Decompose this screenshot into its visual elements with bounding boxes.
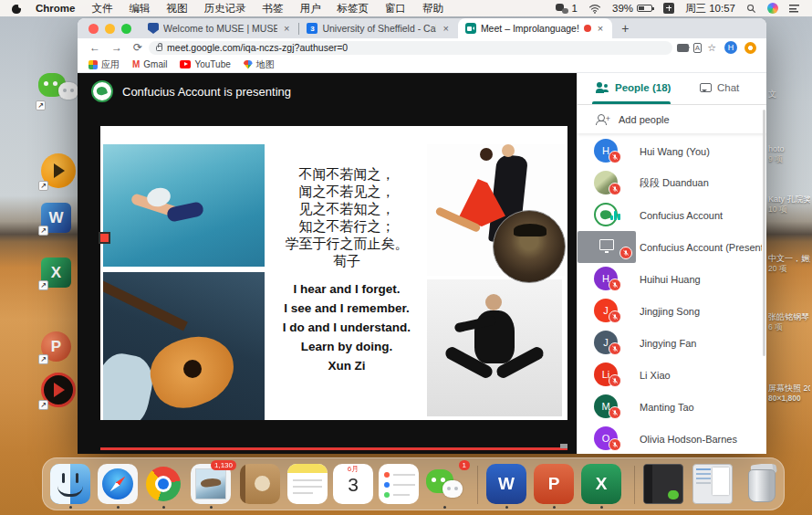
participant-row-presentation[interactable]: Confucius Account (Presentati…	[578, 231, 766, 263]
menu-item-help[interactable]: 帮助	[414, 2, 452, 16]
menu-item-window[interactable]: 窗口	[377, 2, 414, 16]
spotlight-menu[interactable]	[741, 4, 762, 14]
window-zoom-button[interactable]	[121, 24, 131, 34]
participant-row[interactable]: Confucius Account	[578, 199, 766, 231]
address-bar[interactable]: meet.google.com/iqa-nczs-zgj?authuser=0	[149, 41, 672, 55]
window-minimize-button[interactable]	[105, 24, 115, 34]
desktop-file-label[interactable]: 中文一，媚媚20 项	[768, 254, 810, 274]
wifi-menu[interactable]	[583, 4, 607, 14]
menu-item-people[interactable]: 用户	[291, 2, 328, 16]
participant-name: Manting Tao	[640, 391, 762, 423]
menu-item-history[interactable]: 历史记录	[195, 2, 254, 16]
dock-wechat[interactable]: 1	[424, 464, 464, 504]
tab-chat[interactable]: Chat	[700, 82, 739, 93]
tab-recording-icon	[584, 25, 591, 32]
desktop-file-label[interactable]: 屏幕快照 20-0…10.32.80×1,800	[768, 384, 810, 404]
dock-notes[interactable]	[287, 464, 328, 504]
dock-finder[interactable]	[50, 464, 90, 504]
add-people-button[interactable]: + Add people	[578, 105, 766, 133]
dock-chrome[interactable]	[143, 464, 183, 504]
profile-avatar[interactable]: H	[724, 41, 737, 54]
back-button[interactable]: ←	[85, 41, 105, 54]
maps-icon	[244, 60, 253, 69]
menu-app-name[interactable]: Chrome	[27, 3, 83, 14]
bookmark-apps[interactable]: 应用	[88, 58, 120, 71]
dock-excel[interactable]: X	[581, 464, 621, 504]
tab-people[interactable]: People (18)	[596, 82, 671, 93]
siri-menu[interactable]	[762, 3, 784, 14]
menu-item-tabs[interactable]: 标签页	[328, 2, 377, 16]
chat-tray-icon	[556, 4, 568, 14]
participant-row[interactable]: H Hui Wang (You)	[578, 135, 766, 167]
desktop-excel-alias[interactable]: X ↗	[41, 258, 71, 288]
forward-button[interactable]: →	[107, 41, 127, 54]
participant-row[interactable]: O Olivia Hodson-Barnes	[578, 423, 766, 454]
bookmark-gmail[interactable]: MGmail	[132, 59, 167, 69]
url-text[interactable]: meet.google.com/iqa-nczs-zgj?authuser=0	[167, 42, 348, 53]
menu-item-file[interactable]: 文件	[83, 2, 120, 16]
new-tab-button[interactable]: +	[612, 21, 638, 36]
panel-scrollbar[interactable]	[763, 110, 765, 356]
desktop-file-label[interactable]: 文	[768, 89, 810, 100]
dock-contacts[interactable]	[240, 464, 280, 504]
participant-row[interactable]: J Jingying Fan	[578, 327, 766, 359]
menu-item-view[interactable]: 视图	[158, 2, 195, 16]
tray-badge-count: 1	[572, 3, 578, 14]
dock-trash[interactable]	[742, 464, 782, 504]
tab-meet-active[interactable]: Meet – Improlanguage! ×	[458, 18, 612, 38]
tab-calendar[interactable]: 3 University of Sheffield - Calend ×	[299, 18, 457, 38]
menu-item-edit[interactable]: 编辑	[120, 2, 158, 16]
browser-toolbar: ← → ⟳ meet.google.com/iqa-nczs-zgj?authu…	[78, 38, 766, 57]
control-center-menu[interactable]	[784, 4, 805, 13]
camera-in-use-icon[interactable]	[677, 44, 689, 52]
bookmark-youtube[interactable]: YouTube	[180, 59, 230, 69]
guitar-image	[103, 272, 265, 420]
reload-button[interactable]: ⟳	[129, 41, 147, 54]
desktop-word-alias[interactable]: W ↗	[41, 203, 71, 233]
english-quote: I hear and I forget. I see and I remembe…	[269, 279, 424, 375]
tab-close-icon[interactable]: ×	[596, 23, 605, 34]
participant-row[interactable]: H Huihui Huang	[578, 263, 766, 295]
dock-minimized-window-2[interactable]	[692, 464, 733, 504]
participant-row[interactable]: 段段 Duanduan	[578, 167, 766, 199]
participant-row[interactable]: Li Li Xiao	[578, 359, 766, 391]
clock[interactable]: 周三 10:57	[680, 2, 741, 16]
participant-row[interactable]: J Jingjing Song	[578, 295, 766, 327]
desktop-wechat-alias[interactable]: ↗	[38, 71, 78, 108]
desktop-file-label[interactable]: hoto9 项	[768, 144, 810, 164]
bookmark-star-icon[interactable]: ☆	[703, 42, 720, 54]
dock-safari[interactable]	[98, 464, 138, 504]
desktop-powerpoint-alias[interactable]: P ↗	[41, 331, 71, 362]
resize-grip[interactable]	[560, 444, 567, 448]
notification-tray[interactable]: 1	[550, 3, 583, 14]
dock-minimized-window-1[interactable]	[643, 464, 683, 504]
apple-menu-icon[interactable]	[11, 3, 22, 14]
desktop-file-label[interactable]: 张皓铭钢琴6 项	[768, 312, 810, 332]
dock-powerpoint[interactable]: P	[534, 464, 574, 504]
mic-muted-icon	[609, 406, 621, 419]
orange-extension-icon[interactable]	[744, 42, 756, 54]
wechat-badge: 1	[459, 460, 470, 470]
webcam-thumbnail	[493, 210, 566, 283]
tab-muse[interactable]: Welcome to MUSE | MUSE me ×	[141, 18, 298, 38]
window-close-button[interactable]	[88, 24, 99, 34]
tab-close-icon[interactable]: ×	[441, 23, 450, 34]
tab-close-icon[interactable]: ×	[282, 23, 291, 34]
alias-arrow-icon: ↗	[38, 400, 48, 410]
menu-item-bookmarks[interactable]: 书签	[254, 2, 291, 16]
translate-icon[interactable]: A	[693, 43, 702, 53]
dock-word[interactable]: W	[486, 464, 526, 504]
battery-menu[interactable]: 39%	[607, 3, 658, 14]
bookmark-maps[interactable]: 地图	[244, 58, 275, 71]
desktop-media-player-alias[interactable]: ↗	[41, 153, 76, 188]
input-method-icon	[663, 3, 674, 14]
mic-muted-icon	[619, 247, 632, 259]
input-source-menu[interactable]	[658, 3, 680, 14]
dock-reminders[interactable]	[379, 464, 419, 504]
desktop-red-player-alias[interactable]: ↗	[41, 373, 76, 407]
dock-calendar[interactable]: 6月 3	[333, 464, 373, 504]
finder-icon	[50, 464, 90, 504]
participant-row[interactable]: M Manting Tao	[578, 391, 766, 423]
desktop-file-label[interactable]: Katy 孔院奖学10 项	[768, 194, 810, 215]
dock-mail[interactable]: 1,130	[191, 464, 231, 504]
